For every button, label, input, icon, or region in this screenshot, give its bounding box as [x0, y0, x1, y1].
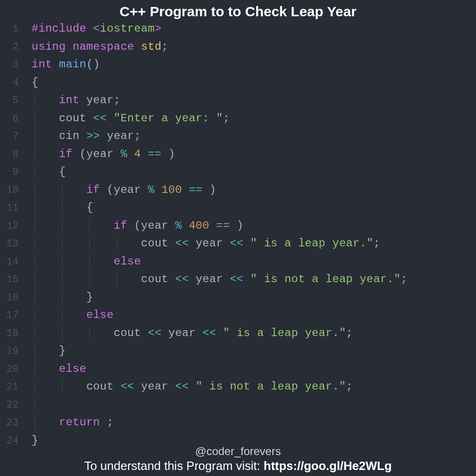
line-number: 17: [4, 310, 32, 321]
line-number: 10: [4, 185, 32, 196]
code-line: #include <iostream>: [32, 22, 161, 35]
author-handle: @coder_forevers: [0, 445, 476, 458]
line-number: 9: [4, 166, 32, 178]
code-line: │ if (year % 4 == ): [32, 148, 175, 160]
line-number: 1: [4, 23, 32, 35]
line-number: 14: [4, 256, 32, 268]
code-line: │ │ }: [32, 291, 93, 304]
code-line: │ │ │ │ cout << year << " is not a leap …: [32, 273, 408, 285]
line-number: 6: [4, 113, 32, 125]
footer-link[interactable]: https://goo.gl/He2WLg: [264, 459, 392, 473]
line-number: 20: [4, 364, 32, 375]
code-line: │ │ │ if (year % 400 == ): [32, 219, 244, 232]
line-number: 13: [4, 238, 32, 250]
code-line: │ cin >> year;: [32, 130, 141, 142]
code-line: int main(): [32, 58, 100, 71]
line-number: 16: [4, 292, 32, 304]
code-line: │ {: [32, 165, 66, 178]
code-editor: 1#include <iostream> 2using namespace st…: [0, 22, 476, 452]
line-number: 15: [4, 274, 32, 285]
line-number: 18: [4, 328, 32, 339]
code-line: │ else: [32, 363, 86, 375]
footer: @coder_forevers To understand this Progr…: [0, 445, 476, 476]
page-title: C++ Program to to Check Leap Year: [0, 0, 476, 22]
line-number: 8: [4, 149, 32, 160]
code-line: │ int year;: [32, 94, 120, 106]
line-number: 7: [4, 131, 32, 142]
code-line: {: [32, 76, 39, 89]
code-line: │ │ │ cout << year << " is a leap year."…: [32, 327, 353, 339]
line-number: 2: [4, 41, 32, 53]
line-number: 23: [4, 417, 32, 429]
line-number: 12: [4, 220, 32, 232]
code-line: │ │ cout << year << " is not a leap year…: [32, 380, 353, 393]
code-line: │ │ {: [32, 201, 93, 214]
code-line: │ │ else: [32, 309, 113, 321]
code-line: using namespace std;: [32, 40, 168, 53]
code-line: │ │ │ else: [32, 255, 141, 268]
line-number: 3: [4, 59, 32, 71]
code-line: │ cout << "Enter a year: ";: [32, 112, 230, 125]
line-number: 22: [4, 399, 32, 411]
code-line: │ return ;: [32, 416, 113, 429]
line-number: 5: [4, 95, 32, 106]
footer-text: To understand this Program visit: https:…: [0, 459, 476, 476]
line-number: 21: [4, 381, 32, 393]
code-line: │ │ if (year % 100 == ): [32, 184, 216, 196]
line-number: 19: [4, 345, 32, 357]
line-number: 4: [4, 77, 32, 89]
line-number: 11: [4, 202, 32, 214]
code-line: │: [32, 398, 59, 411]
code-line: │ │ │ │ cout << year << " is a leap year…: [32, 237, 380, 250]
code-line: │ }: [32, 344, 66, 357]
